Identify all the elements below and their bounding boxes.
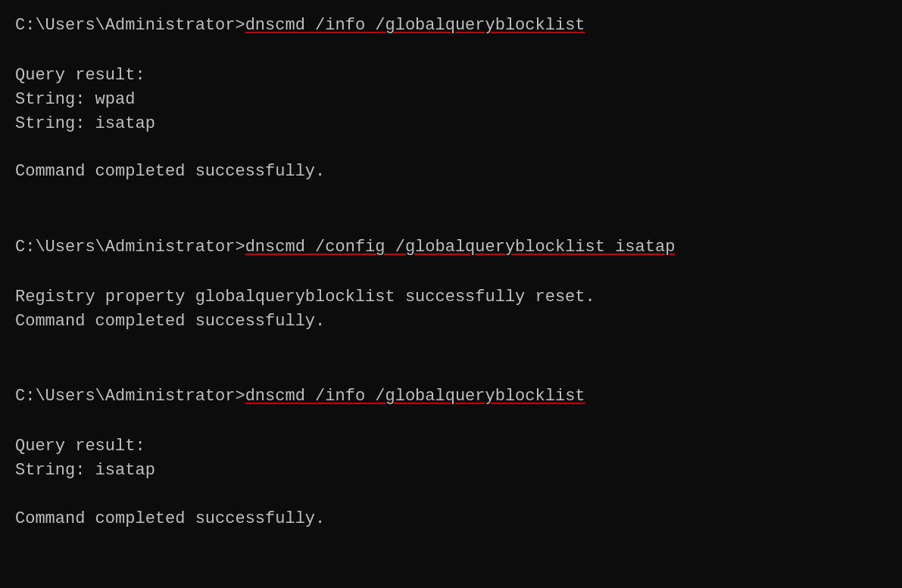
blank-line xyxy=(15,410,887,434)
output-line-1-3: String: isatap xyxy=(15,112,887,136)
output-line-2-1: Registry property globalqueryblocklist s… xyxy=(15,285,887,310)
blank-line xyxy=(15,261,887,285)
command-text-3: dnscmd /info /globalqueryblocklist xyxy=(245,387,585,406)
output-line-2-2: Command completed successfully. xyxy=(15,310,887,334)
blank-line xyxy=(15,211,887,235)
output-line-1-2: String: wpad xyxy=(15,88,887,112)
blank-line xyxy=(15,187,887,211)
command-text-1: dnscmd /info /globalqueryblocklist xyxy=(245,16,585,35)
command-line-2: C:\Users\Administrator>dnscmd /config /g… xyxy=(15,235,887,260)
command-text-2: dnscmd /config /globalqueryblocklist isa… xyxy=(245,238,676,257)
command-block-1: C:\Users\Administrator>dnscmd /info /glo… xyxy=(15,14,887,184)
blank-line xyxy=(15,135,887,160)
prompt-1: C:\Users\Administrator> xyxy=(15,16,245,35)
prompt-2: C:\Users\Administrator> xyxy=(15,238,245,257)
output-line-1-4: Command completed successfully. xyxy=(15,160,887,184)
command-block-2: C:\Users\Administrator>dnscmd /config /g… xyxy=(15,235,887,334)
command-block-3: C:\Users\Administrator>dnscmd /info /glo… xyxy=(15,384,887,530)
blank-line xyxy=(15,360,887,384)
command-line-3: C:\Users\Administrator>dnscmd /info /glo… xyxy=(15,384,887,409)
blank-line xyxy=(15,483,887,507)
blank-line xyxy=(15,39,887,64)
output-line-1-1: Query result: xyxy=(15,64,887,88)
blank-line xyxy=(15,337,887,361)
command-line-1: C:\Users\Administrator>dnscmd /info /glo… xyxy=(15,14,887,38)
prompt-3: C:\Users\Administrator> xyxy=(15,387,245,406)
output-line-3-2: String: isatap xyxy=(15,459,887,483)
output-line-3-3: Command completed successfully. xyxy=(15,507,887,531)
terminal-window: C:\Users\Administrator>dnscmd /info /glo… xyxy=(15,14,887,574)
output-line-3-1: Query result: xyxy=(15,434,887,459)
